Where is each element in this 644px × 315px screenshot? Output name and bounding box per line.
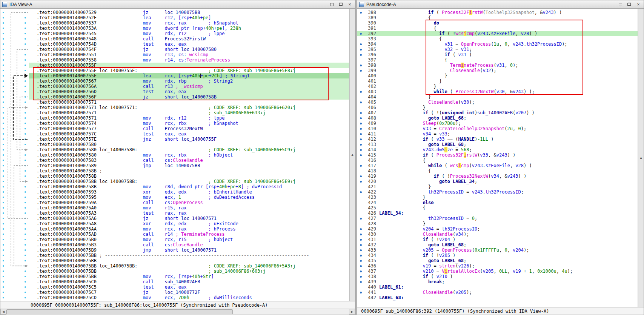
asm-line[interactable]: .text:000000014000758B ; ---------------… (29, 168, 349, 174)
maximize-button[interactable] (617, 2, 624, 8)
asm-line[interactable]: .text:00000001400075C7 jz loc_14000772F (29, 290, 349, 295)
pseudocode-line[interactable]: 401 } (357, 78, 638, 84)
pseudocode-line[interactable]: 432 goto LABEL_68; (357, 242, 638, 247)
asm-line[interactable]: .text:0000000140007548 call Process32Fir… (29, 36, 349, 41)
asm-line[interactable]: .text:000000014000755F (29, 63, 349, 68)
pseudocode-line[interactable]: 422 th32ProcessID = v243.th32ProcessID; (357, 189, 638, 195)
asm-line[interactable]: .text:000000014000755F loc_14000755F: ; … (29, 68, 349, 73)
pseudocode-line[interactable]: 415 if ( Process32FirstW(v33, &v243) ) (357, 152, 638, 158)
pseudocode-line[interactable]: 426LABEL_34: (357, 211, 638, 216)
pseudocode-line[interactable]: 400 } (357, 73, 638, 78)
pseudocode-line[interactable]: 396 if ( v31 ) (357, 52, 638, 57)
pseudocode-line[interactable]: 419 if ( !Process32NextW(v34, &v243) ) (357, 174, 638, 179)
asm-line[interactable]: .text:00000001400075BB mov rcx, [rsp+40h… (29, 274, 349, 279)
pseudocode-line[interactable]: 405 CloseHandle(v30); (357, 100, 638, 105)
pseudocode-line[interactable]: 388 if ( Process32FirstW(Toolhelp32Snaps… (357, 10, 638, 15)
pseudocode-vertical-scrollbar[interactable]: ▲ ▼ (638, 9, 644, 307)
pseudocode-line[interactable]: 435 goto LABEL_68; (357, 258, 638, 263)
asm-line[interactable]: .text:000000014000756F jz short loc_1400… (29, 94, 349, 100)
scroll-left-button[interactable]: ◀ (0, 309, 6, 315)
asm-line[interactable]: .text:0000000140007551 mov r13, cs:_wcsi… (29, 52, 349, 57)
pseudocode-line[interactable]: 393 { (357, 36, 638, 41)
asm-line[interactable]: .text:0000000140007580 mov rcx, rbx ; hO… (29, 152, 349, 158)
asm-line[interactable]: .text:00000001400075BB loc_1400075BB: ; … (29, 263, 349, 269)
asm-line[interactable]: .text:00000001400075AA mov rcx, rax ; hP… (29, 226, 349, 232)
pseudocode-line[interactable]: 429 v204 = th32ProcessID; (357, 226, 638, 232)
pseudocode-line[interactable]: 408 goto LABEL_68; (357, 115, 638, 121)
pseudocode-line[interactable]: 406 } (357, 105, 638, 110)
asm-line[interactable]: .text:000000014000753A mov dword ptr [rs… (29, 26, 349, 31)
pseudocode-line[interactable]: 427 th32ProcessID = 0; (357, 216, 638, 221)
asm-line[interactable]: .text:000000014000758B mov r8d, dword pt… (29, 184, 349, 189)
pseudocode-line[interactable]: 398 TerminateProcess(v31, 0); (357, 63, 638, 68)
asm-line[interactable]: .text:00000001400075B9 jmp short loc_140… (29, 247, 349, 253)
pseudocode-line[interactable]: 421 } (357, 184, 638, 189)
pseudocode-line[interactable]: 442LABEL_68: (357, 295, 638, 300)
asm-line[interactable]: .text:00000001400075A8 xor edx, edx ; uE… (29, 221, 349, 226)
scroll-up-button[interactable]: ▲ (638, 9, 644, 307)
asm-line[interactable]: .text:0000000140007537 mov rcx, rax ; hS… (29, 20, 349, 26)
pseudocode-line[interactable]: 389 { (357, 15, 638, 20)
asm-line[interactable]: .text:000000014000755F lea rcx, [rsp+40h… (29, 73, 349, 78)
asm-line[interactable]: .text:0000000140007580 loc_140007580: ; … (29, 147, 349, 152)
asm-line[interactable]: .text:000000014000752F lea r12, [rsp+40h… (29, 15, 349, 20)
pseudocode-line[interactable]: 394 v31 = OpenProcess(1u, 0, v243.th32Pr… (357, 41, 638, 47)
disassembly-listing[interactable]: .text:0000000140007529 jz loc_1400075BB.… (29, 9, 349, 301)
pseudocode-line[interactable]: 436 v19 = strlen(v226); (357, 263, 638, 269)
asm-line[interactable]: .text:000000014000754F jz short loc_1400… (29, 47, 349, 52)
scroll-up-button[interactable]: ▲ (349, 9, 355, 301)
asm-line[interactable]: .text:000000014000759A call cs:OpenProce… (29, 200, 349, 205)
pseudocode-line[interactable]: 439 break; (357, 279, 638, 284)
pseudocode-line[interactable]: 440LABEL_61: (357, 284, 638, 290)
maximize-button[interactable] (328, 2, 335, 8)
close-button[interactable]: × (346, 2, 353, 8)
pseudocode-line[interactable]: 397 { (357, 57, 638, 63)
asm-line[interactable]: .text:00000001400075BB ; sub_140006F86+6… (29, 269, 349, 274)
float-button[interactable] (626, 2, 633, 8)
pseudocode-line[interactable]: 395 v32 = v31; (357, 47, 638, 52)
asm-line[interactable]: .text:0000000140007571 (29, 100, 349, 105)
asm-line[interactable]: .text:00000001400075A3 test rax, rax (29, 211, 349, 216)
asm-line[interactable]: .text:00000001400075B0 mov rcx, r15 ; hO… (29, 237, 349, 242)
pseudocode-line[interactable]: 414 v243.dwSize = 568; (357, 147, 638, 152)
pseudocode-line[interactable]: 438 if ( v210 ) (357, 274, 638, 279)
asm-line[interactable]: .text:0000000140007580 (29, 142, 349, 147)
pseudocode-line[interactable]: 418 { (357, 168, 638, 174)
asm-line[interactable]: .text:0000000140007583 call cs:CloseHand… (29, 158, 349, 163)
asm-line[interactable]: .text:00000001400075B3 call cs:CloseHand… (29, 242, 349, 247)
pseudocode-line[interactable]: 407 if ( !(unsigned int)sub_140002AEB(v2… (357, 110, 638, 115)
pseudocode-line[interactable]: 437 v210 = VirtualAllocEx(v205, 0LL, v19… (357, 269, 638, 274)
float-button[interactable] (337, 2, 344, 8)
asm-line[interactable]: .text:000000014000756A call r13 ; _wcsic… (29, 84, 349, 89)
pseudocode-line[interactable]: 391 { (357, 26, 638, 31)
asm-line[interactable]: .text:0000000140007593 xor edx, edx ; bI… (29, 189, 349, 195)
pseudocode-line[interactable]: 412 if ( v33 == (HANDLE)-1LL ) (357, 137, 638, 142)
pseudocode-line[interactable]: 433 v205 = OpenProcess(0x1FFFFFu, 0, v20… (357, 247, 638, 253)
pseudocode-line[interactable]: 424 else (357, 200, 638, 205)
asm-line[interactable]: .text:000000014000758B (29, 174, 349, 179)
pseudocode-line[interactable]: 434 if ( !v205 ) (357, 253, 638, 258)
close-button[interactable]: × (635, 2, 642, 8)
asm-line[interactable]: .text:0000000140007571 loc_140007571: ; … (29, 105, 349, 110)
pseudocode-line[interactable]: 417 while ( wcsicmp(v243.szExeFile, v28)… (357, 163, 638, 168)
asm-line[interactable]: .text:0000000140007567 mov rdx, rbp ; St… (29, 78, 349, 84)
pseudocode-line[interactable]: 431 if ( !v204 ) (357, 237, 638, 242)
asm-line[interactable]: .text:00000001400075C0 call sub_140002AE… (29, 279, 349, 284)
pseudocode-line[interactable]: 404 } (357, 94, 638, 100)
pseudocode-line[interactable]: 428 } (357, 221, 638, 226)
asm-line[interactable]: .text:000000014000758B loc_14000758B: ; … (29, 179, 349, 184)
pseudocode-listing[interactable]: 388 if ( Process32FirstW(Toolhelp32Snaps… (357, 9, 638, 307)
asm-line[interactable]: .text:000000014000756D test eax, eax (29, 89, 349, 94)
asm-line[interactable]: .text:0000000140007574 mov rcx, rbx ; hS… (29, 121, 349, 126)
asm-line[interactable]: .text:00000001400075CD mov ecx, 7D0h ; d… (29, 295, 349, 300)
pseudocode-line[interactable]: 403 while ( Process32NextW(v30, &v243) )… (357, 89, 638, 94)
asm-line[interactable]: .text:00000001400075BB (29, 258, 349, 263)
asm-line[interactable]: .text:0000000140007558 mov r14, cs:Termi… (29, 57, 349, 63)
asm-line[interactable]: .text:0000000140007595 mov ecx, 1 ; dwDe… (29, 195, 349, 200)
pseudocode-line[interactable]: 425 { (357, 205, 638, 211)
pseudocode-line[interactable]: 416 { (357, 158, 638, 163)
asm-line[interactable]: .text:000000014000757C test eax, eax (29, 131, 349, 137)
pseudocode-line[interactable]: 409 Sleep(0x7D0u); (357, 121, 638, 126)
asm-line[interactable]: .text:00000001400075AD call r14 ; Termin… (29, 232, 349, 237)
pseudocode-line[interactable]: 423 } (357, 195, 638, 200)
